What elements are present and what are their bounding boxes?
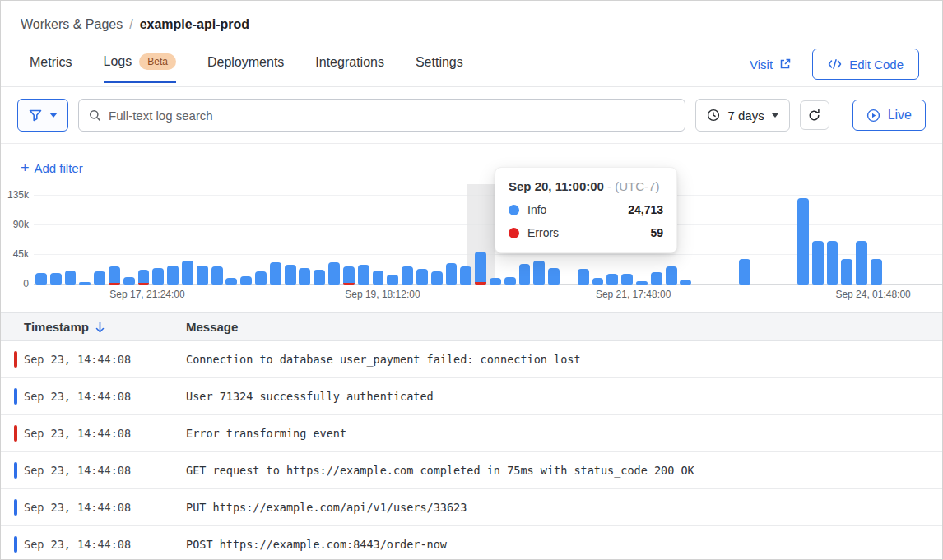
chart-bar[interactable] xyxy=(621,274,633,285)
x-tick-label: Sep 21, 17:48:00 xyxy=(596,289,671,300)
chart-bar[interactable] xyxy=(533,261,545,285)
chart-bar[interactable] xyxy=(797,198,809,285)
chart-bar[interactable] xyxy=(255,271,267,285)
tooltip-info-value: 24,713 xyxy=(628,203,663,216)
chart-bar[interactable] xyxy=(270,262,281,285)
chart-bar[interactable] xyxy=(225,278,237,285)
chart-bar[interactable] xyxy=(314,270,325,285)
log-volume-chart: 135k90k45k0 Sep 17, 21:24:00Sep 19, 18:1… xyxy=(1,181,942,311)
chart-bar[interactable] xyxy=(856,241,867,285)
row-message: GET request to https://example.com compl… xyxy=(186,464,694,477)
filter-button[interactable] xyxy=(17,99,68,132)
chart-tooltip: Sep 20, 11:00:00 - (UTC-7) Info 24,713 E… xyxy=(495,167,677,253)
visit-link[interactable]: Visit xyxy=(750,58,791,72)
table-row[interactable]: Sep 23, 14:44:08 Connection to database … xyxy=(1,341,942,378)
chart-bar[interactable] xyxy=(152,268,164,285)
chart-bar[interactable] xyxy=(636,281,648,285)
refresh-button[interactable] xyxy=(800,100,829,130)
sort-desc-icon[interactable] xyxy=(95,322,105,333)
tab-label: Settings xyxy=(416,55,463,70)
chart-bar[interactable] xyxy=(211,266,223,285)
chart-bar[interactable] xyxy=(373,271,384,285)
table-row[interactable]: Sep 23, 14:44:08 User 71324 successfully… xyxy=(1,378,942,415)
breadcrumb-workers-pages[interactable]: Workers & Pages xyxy=(21,17,123,32)
table-row[interactable]: Sep 23, 14:44:08 POST https://example.co… xyxy=(1,526,942,560)
chart-bar[interactable] xyxy=(431,271,443,285)
table-row[interactable]: Sep 23, 14:44:08 Error transforming even… xyxy=(1,415,942,452)
header-actions: Visit Edit Code xyxy=(750,49,919,86)
error-segment xyxy=(475,282,486,285)
chart-bar[interactable] xyxy=(50,273,62,285)
chart-bar[interactable] xyxy=(504,277,516,285)
search-input[interactable] xyxy=(109,109,675,123)
row-timestamp: Sep 23, 14:44:08 xyxy=(24,427,186,440)
table-row[interactable]: Sep 23, 14:44:08 GET request to https://… xyxy=(1,452,942,489)
tooltip-timezone: (UTC-7) xyxy=(615,179,659,193)
edit-code-button[interactable]: Edit Code xyxy=(812,49,919,80)
toolbar: 7 days Live xyxy=(1,87,942,144)
chart-bar[interactable] xyxy=(299,268,310,285)
breadcrumb: Workers & Pages / example-api-prod xyxy=(21,17,919,32)
refresh-icon xyxy=(807,109,821,123)
y-tick-label: 45k xyxy=(13,248,29,260)
chart-bar[interactable] xyxy=(123,277,135,285)
chart-bar[interactable] xyxy=(446,263,458,285)
chart-bar[interactable] xyxy=(182,261,193,285)
chart-plot[interactable] xyxy=(34,189,942,285)
table-row[interactable]: Sep 23, 14:44:08 PUT https://example.com… xyxy=(1,489,942,526)
chart-bar[interactable] xyxy=(680,280,691,285)
column-header-timestamp[interactable]: Timestamp xyxy=(24,320,186,334)
chart-bar[interactable] xyxy=(402,266,413,285)
live-button[interactable]: Live xyxy=(852,100,926,131)
tab-integrations[interactable]: Integrations xyxy=(315,55,384,83)
y-tick-label: 135k xyxy=(7,189,29,201)
chart-bar[interactable] xyxy=(548,268,560,285)
chart-bar[interactable] xyxy=(666,266,677,285)
chart-bar[interactable] xyxy=(475,252,486,285)
row-message: Connection to database user_payment fail… xyxy=(186,353,581,366)
chart-bar[interactable] xyxy=(79,282,91,285)
row-message: POST https://example.com:8443/order-now xyxy=(186,538,447,551)
search-box[interactable] xyxy=(78,99,685,132)
chart-bar[interactable] xyxy=(871,259,882,285)
chart-bar[interactable] xyxy=(739,259,750,285)
chart-bar[interactable] xyxy=(285,265,296,285)
tab-metrics[interactable]: Metrics xyxy=(30,55,72,83)
chart-bar[interactable] xyxy=(94,271,105,285)
chart-bar[interactable] xyxy=(65,271,77,285)
tab-label: Metrics xyxy=(30,55,72,70)
chart-bar[interactable] xyxy=(490,278,501,285)
tab-deployments[interactable]: Deployments xyxy=(207,55,284,83)
tooltip-info-row: Info 24,713 xyxy=(509,203,663,216)
breadcrumb-separator: / xyxy=(129,17,132,32)
chart-bar[interactable] xyxy=(460,266,472,285)
chart-bar[interactable] xyxy=(138,270,150,285)
chart-bar[interactable] xyxy=(167,266,179,285)
chart-bar[interactable] xyxy=(240,276,252,285)
chart-bar[interactable] xyxy=(416,269,428,285)
column-header-message[interactable]: Message xyxy=(186,320,238,334)
code-icon xyxy=(828,59,842,69)
tab-settings[interactable]: Settings xyxy=(416,55,463,83)
tab-logs[interactable]: Logs Beta xyxy=(104,53,176,83)
chart-bar[interactable] xyxy=(606,274,618,285)
chart-bar[interactable] xyxy=(812,241,824,285)
chart-bar[interactable] xyxy=(358,265,369,285)
play-circle-icon xyxy=(866,109,880,123)
chart-bar[interactable] xyxy=(519,264,531,285)
chart-bar[interactable] xyxy=(343,266,355,285)
add-filter-button[interactable]: + Add filter xyxy=(21,160,83,175)
time-range-button[interactable]: 7 days xyxy=(695,99,789,132)
chart-bar[interactable] xyxy=(592,278,604,285)
chart-bar[interactable] xyxy=(827,241,838,285)
chart-bar[interactable] xyxy=(387,275,398,285)
chart-bar[interactable] xyxy=(35,273,47,285)
chart-bar[interactable] xyxy=(841,259,852,285)
chart-bar[interactable] xyxy=(578,269,589,285)
tooltip-errors-label: Errors xyxy=(527,226,559,239)
chart-bar[interactable] xyxy=(197,266,208,285)
tab-row: Metrics Logs Beta Deployments Integratio… xyxy=(21,49,919,86)
chart-bar[interactable] xyxy=(651,272,662,285)
chart-bar[interactable] xyxy=(328,262,340,285)
chart-bar[interactable] xyxy=(109,266,120,285)
